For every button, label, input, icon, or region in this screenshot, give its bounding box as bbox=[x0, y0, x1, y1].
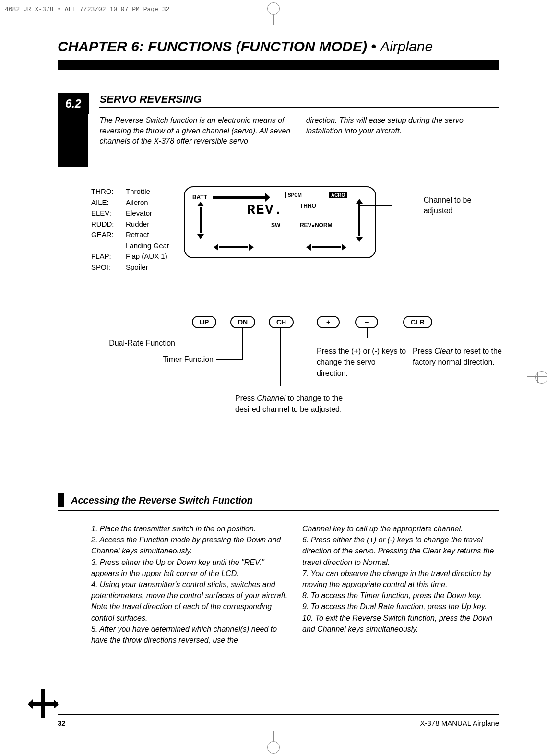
registration-mark-icon bbox=[29, 689, 58, 718]
lcd-htrim-left-icon bbox=[214, 244, 254, 251]
subsection-marker bbox=[58, 493, 64, 507]
ch-caption: Press Channel to change to the desired c… bbox=[235, 393, 350, 415]
list-item: AILE:Aileron bbox=[91, 197, 169, 208]
section-number: 6.2 bbox=[58, 93, 89, 114]
section-paragraph-right: direction. This will ease setup during t… bbox=[306, 115, 499, 146]
lcd-thro-label: THRO bbox=[300, 203, 316, 209]
chapter-title-strong: CHAPTER 6: FUNCTIONS (FUNCTION MODE) bbox=[58, 38, 367, 54]
subsection-title: Accessing the Reverse Switch Function bbox=[71, 495, 253, 506]
clr-caption: Press Clear to reset to the factory norm… bbox=[413, 346, 513, 368]
instructions-right: Channel key to call up the appropriate c… bbox=[302, 523, 499, 646]
lcd-acro-badge: ACRO bbox=[329, 192, 347, 198]
list-item: THRO:Throttle bbox=[91, 186, 169, 197]
page-number: 32 bbox=[58, 719, 66, 727]
dual-rate-label: Dual-Rate Function bbox=[101, 339, 175, 348]
list-item: GEAR:Retract bbox=[91, 229, 169, 240]
up-key: UP bbox=[192, 316, 216, 328]
crop-mark-top bbox=[267, 2, 280, 15]
plus-minus-caption: Press the (+) or (-) keys to change the … bbox=[317, 346, 408, 379]
list-item: ELEV:Elevator bbox=[91, 208, 169, 219]
chapter-sep: • bbox=[367, 38, 380, 54]
chapter-title-light: Airplane bbox=[380, 38, 433, 54]
lcd-screen: BATT SPCM ACRO REV. THRO SW REV•NORM bbox=[184, 186, 377, 258]
section-paragraph-left: The Reverse Switch function is an electr… bbox=[99, 115, 292, 146]
lcd-vtrim-left-icon bbox=[197, 202, 204, 239]
lcd-htrim-right-icon bbox=[306, 244, 346, 251]
page-footer: 32 X-378 MANUAL Airplane bbox=[58, 714, 499, 727]
instructions-left: 1. Place the transmitter switch in the o… bbox=[91, 523, 288, 646]
timer-label: Timer Function bbox=[144, 355, 214, 364]
crop-mark-bottom bbox=[267, 741, 280, 754]
lcd-channel-callout: Channel to be adjusted bbox=[424, 195, 499, 216]
clr-key: CLR bbox=[403, 316, 432, 328]
chapter-rule bbox=[58, 60, 499, 70]
list-item: FLAP:Flap (AUX 1) bbox=[91, 251, 169, 262]
lcd-batt-label: BATT bbox=[192, 194, 207, 201]
plus-key: + bbox=[317, 316, 340, 328]
subsection-rule bbox=[58, 510, 499, 511]
channel-list: THRO:Throttle AILE:Aileron ELEV:Elevator… bbox=[91, 186, 169, 273]
manual-name: X-378 MANUAL Airplane bbox=[420, 719, 499, 727]
list-item: Landing Gear bbox=[91, 240, 169, 252]
crop-mark-right bbox=[532, 377, 547, 378]
lcd-sw-label: SW bbox=[271, 222, 280, 228]
dn-key: DN bbox=[230, 316, 255, 328]
lcd-batt-bar bbox=[213, 196, 265, 199]
list-item: RUDD:Rudder bbox=[91, 219, 169, 230]
section-title: SERVO REVERSING bbox=[99, 93, 499, 108]
list-item: SPOI:Spoiler bbox=[91, 262, 169, 273]
chapter-title: CHAPTER 6: FUNCTIONS (FUNCTION MODE) • A… bbox=[58, 38, 499, 55]
minus-key: − bbox=[355, 316, 378, 328]
ch-key: CH bbox=[269, 316, 294, 328]
lcd-spcm-badge: SPCM bbox=[285, 192, 304, 198]
section-tab-tail bbox=[58, 114, 88, 167]
print-slug: 4682 JR X-378 • ALL 7/23/02 10:07 PM Pag… bbox=[5, 6, 169, 13]
lcd-rev-norm: REV•NORM bbox=[300, 222, 333, 228]
lcd-rev-text: REV. bbox=[247, 203, 283, 217]
